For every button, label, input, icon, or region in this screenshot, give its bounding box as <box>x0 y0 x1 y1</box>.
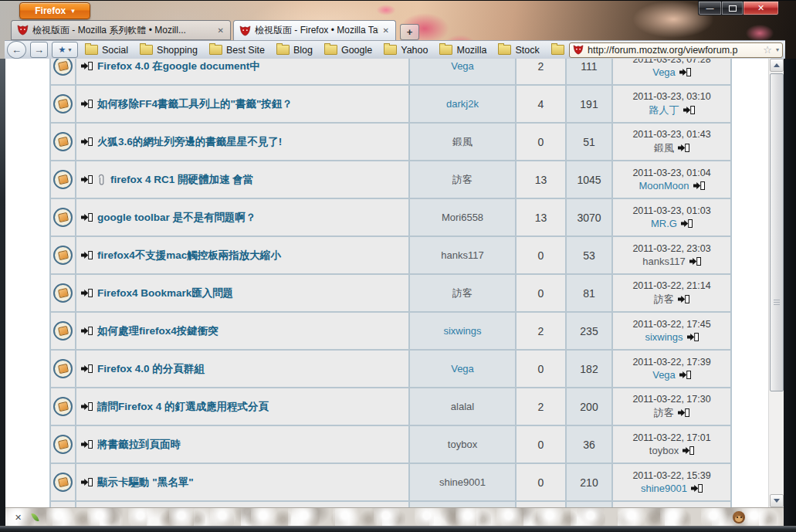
topic-title-link[interactable]: firefox4不支援mac觸控板兩指放大縮小 <box>97 249 281 263</box>
topic-title-link[interactable]: Firefox 4.0 在google document中 <box>97 59 260 73</box>
goto-lastpost-icon[interactable] <box>678 144 689 152</box>
bookmark-folder-item[interactable]: Stock <box>498 45 539 56</box>
topic-icon-cell <box>51 59 75 84</box>
goto-post-icon[interactable] <box>81 289 93 297</box>
topic-author[interactable]: darkj2k <box>446 98 479 110</box>
bookmark-folder-item[interactable]: Best Site <box>209 45 265 56</box>
topic-icon-cell <box>51 351 75 387</box>
goto-lastpost-icon[interactable] <box>693 181 705 190</box>
scrollbar-thumb[interactable] <box>770 73 784 391</box>
tab-moztw-software[interactable]: 檢視版面 - Mozilla 系列軟體 • Mozill... ✕ <box>11 20 231 40</box>
bookmark-folder-item[interactable]: My <box>551 45 565 56</box>
minimize-button[interactable]: — <box>698 1 722 15</box>
goto-lastpost-icon[interactable] <box>681 219 693 228</box>
forward-button[interactable]: → <box>30 42 48 58</box>
goto-lastpost-icon[interactable] <box>683 106 695 114</box>
tab-close-icon[interactable]: ✕ <box>382 26 390 35</box>
goto-post-icon[interactable] <box>81 440 93 449</box>
tab-firefox-moztw-active[interactable]: 檢視版面 - Firefox • Mozilla Taiwan ... ✕ <box>233 20 396 40</box>
goto-lastpost-icon[interactable] <box>678 295 689 303</box>
addon-bar-close-icon[interactable]: ✕ <box>15 513 22 523</box>
lastpost-author[interactable]: Vega <box>652 66 676 78</box>
goto-lastpost-icon[interactable] <box>679 371 691 379</box>
window-border-bottom <box>0 526 796 532</box>
topic-title-link[interactable]: 如何處理firefox4按鍵衝突 <box>97 324 218 338</box>
topic-folder-glyph <box>57 402 68 412</box>
topic-icon-cell <box>51 161 75 198</box>
topic-title-link[interactable]: 顯示卡驅動 "黑名單" <box>97 476 194 490</box>
topic-author-cell: Vega <box>410 351 515 387</box>
goto-lastpost-icon[interactable] <box>691 484 703 493</box>
leaf-addon-icon[interactable] <box>32 512 39 523</box>
bookmark-folder-item[interactable]: Shopping <box>140 45 198 56</box>
topic-author[interactable]: sixwings <box>443 325 481 337</box>
topic-author: 訪客 <box>452 174 473 185</box>
bookmark-folder-item[interactable]: Social <box>85 45 128 56</box>
folder-icon <box>85 45 98 55</box>
scroll-up-button[interactable] <box>770 59 784 72</box>
url-text[interactable]: http://forum.moztw.org/viewforum.p <box>588 45 759 56</box>
lastpost-author[interactable]: Vega <box>652 369 676 381</box>
lastpost-author[interactable]: 路人丁 <box>649 103 679 117</box>
goto-post-icon[interactable] <box>81 62 93 70</box>
bookmark-folder-item[interactable]: Yahoo <box>384 45 428 56</box>
lastpost-author[interactable]: MR.G <box>651 218 677 229</box>
topic-folder-glyph <box>57 364 68 374</box>
goto-post-icon[interactable] <box>81 251 93 259</box>
topic-row-partial <box>51 502 730 507</box>
close-window-button[interactable]: ✕ <box>743 1 779 15</box>
bookmark-folder-item[interactable]: Mozilla <box>439 45 486 56</box>
lastpost-author[interactable]: shine9001 <box>641 483 687 494</box>
partial-cell <box>76 502 408 507</box>
bookmark-folder-item[interactable]: Blog <box>276 45 313 56</box>
goto-lastpost-icon[interactable] <box>683 446 694 455</box>
topic-folder-glyph <box>57 326 68 336</box>
lastpost-author[interactable]: sixwings <box>645 331 683 343</box>
vertical-scrollbar[interactable] <box>768 59 784 507</box>
goto-post-icon[interactable] <box>81 364 93 373</box>
maximize-button[interactable] <box>722 1 743 15</box>
topic-row: 將書籤拉到頁面時toybox0362011-03-22, 17:01toybox <box>51 426 730 463</box>
goto-lastpost-icon[interactable] <box>687 333 699 341</box>
goto-lastpost-icon[interactable] <box>679 68 691 76</box>
topic-title-link[interactable]: firefox 4 RC1 開硬體加速 會當 <box>110 173 253 187</box>
back-button[interactable]: ← <box>7 41 26 59</box>
topic-title-link[interactable]: 將書籤拉到頁面時 <box>97 438 181 452</box>
tab-close-icon[interactable]: ✕ <box>217 26 225 35</box>
goto-post-icon[interactable] <box>81 213 93 222</box>
topic-title-link[interactable]: Firefox 4.0 的分頁群組 <box>97 362 205 376</box>
lastpost-time: 2011-03-23, 01:43 <box>614 129 730 140</box>
firefox-app-button[interactable]: Firefox ▾ <box>19 2 90 19</box>
goto-post-icon[interactable] <box>81 402 93 411</box>
topic-title-link[interactable]: Firefox4 Bookmark匯入問題 <box>97 286 233 300</box>
bookmark-folder-item[interactable]: Google <box>324 45 372 56</box>
topic-replies-cell: 0 <box>517 275 565 311</box>
topic-title-link[interactable]: 如何移除FF4書籤工具列上的"書籤"按鈕？ <box>97 97 293 111</box>
bookmarks-menu-button[interactable]: ★ ▾ <box>52 42 78 58</box>
bookmark-label: Best Site <box>226 45 265 56</box>
urlbar-dropdown-icon[interactable]: ▾ <box>776 46 779 53</box>
scroll-down-button[interactable] <box>770 494 784 507</box>
topic-author[interactable]: Vega <box>451 363 474 374</box>
topic-title-link[interactable]: 請問Firefox 4 的釘選成應用程式分頁 <box>97 400 269 414</box>
goto-post-icon[interactable] <box>81 137 93 146</box>
folder-icon <box>439 45 452 55</box>
goto-post-icon[interactable] <box>81 175 93 184</box>
new-tab-button[interactable]: + <box>400 24 419 40</box>
moztw-favicon <box>17 25 29 36</box>
bookmark-page-star-icon[interactable]: ☆ <box>763 44 772 56</box>
topic-title-link[interactable]: 火狐3.6的網址列旁邊的書籤星星不見了! <box>97 135 282 149</box>
goto-post-icon[interactable] <box>81 478 93 486</box>
greasemonkey-icon[interactable] <box>733 511 745 524</box>
tab-title: 檢視版面 - Mozilla 系列軟體 • Mozill... <box>32 24 213 37</box>
lastpost-author[interactable]: MoonMoon <box>638 180 689 191</box>
goto-lastpost-icon[interactable] <box>678 408 689 417</box>
url-bar[interactable]: http://forum.moztw.org/viewforum.p ☆ ▾ <box>569 42 783 58</box>
topic-title-link[interactable]: google toolbar 是不是有問題啊？ <box>97 211 256 225</box>
topic-replies-cell: 4 <box>517 86 565 122</box>
topic-author[interactable]: Vega <box>451 60 474 72</box>
goto-post-icon[interactable] <box>81 100 93 108</box>
topic-icon-cell <box>51 388 75 425</box>
goto-lastpost-icon[interactable] <box>689 257 701 266</box>
goto-post-icon[interactable] <box>81 327 93 335</box>
